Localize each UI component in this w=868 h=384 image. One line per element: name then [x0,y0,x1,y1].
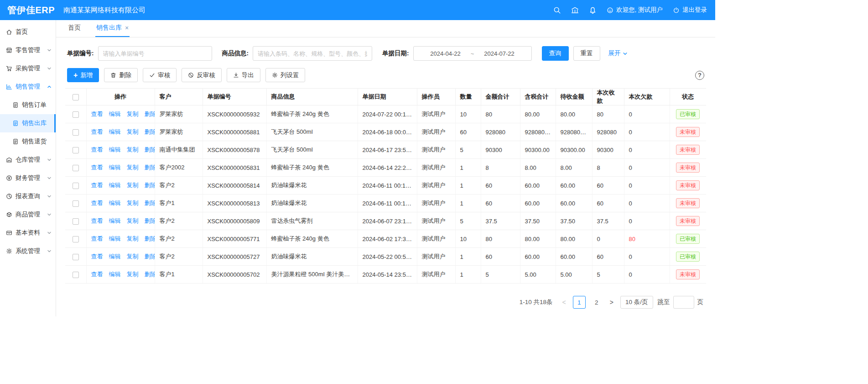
date-range-picker[interactable]: 2024-04-22 ~ 2024-07-22 [413,46,532,61]
row-checkbox[interactable] [73,165,79,171]
row-actions: 查看编辑复制删除 [91,270,150,279]
action-copy[interactable]: 复制 [127,110,139,118]
row-checkbox[interactable] [73,129,79,136]
action-view[interactable]: 查看 [91,181,103,189]
action-delete[interactable]: 删除 [145,146,155,154]
row-checkbox[interactable] [73,147,79,153]
row-checkbox[interactable] [73,236,79,242]
action-edit[interactable]: 编辑 [109,181,121,189]
help-icon[interactable]: ? [695,71,704,80]
action-edit[interactable]: 编辑 [109,199,121,207]
action-delete[interactable]: 删除 [145,181,155,189]
cell-checkbox [65,177,86,195]
search-icon[interactable] [553,6,561,14]
jump-page-input[interactable] [673,296,694,309]
tab-home[interactable]: 首页 [67,24,82,37]
action-view[interactable]: 查看 [91,128,103,136]
action-edit[interactable]: 编辑 [109,128,121,136]
action-delete[interactable]: 删除 [145,110,155,118]
action-delete[interactable]: 删除 [145,199,155,207]
action-copy[interactable]: 复制 [127,181,139,189]
action-edit[interactable]: 编辑 [109,270,121,279]
action-view[interactable]: 查看 [91,252,103,261]
add-button[interactable]: +新增 [67,68,99,82]
action-edit[interactable]: 编辑 [109,110,121,118]
action-edit[interactable]: 编辑 [109,235,121,243]
sidebar-item-purchase[interactable]: 采购管理 [0,59,56,78]
action-edit[interactable]: 编辑 [109,252,121,261]
delete-button[interactable]: 删除 [104,68,138,82]
action-edit[interactable]: 编辑 [109,163,121,172]
column-settings-button[interactable]: 列设置 [265,68,306,82]
select-all-checkbox[interactable] [73,94,79,100]
action-delete[interactable]: 删除 [145,252,155,261]
row-checkbox[interactable] [73,111,79,118]
action-copy[interactable]: 复制 [127,252,139,261]
logout-button[interactable]: 退出登录 [673,6,707,14]
expand-link[interactable]: 展开 [608,49,628,58]
sidebar-item-retail[interactable]: 零售管理 [0,41,56,59]
sidebar-item-sales-order[interactable]: 销售订单 [0,96,56,114]
sidebar-item-sales-return[interactable]: 销售退货 [0,132,56,151]
action-copy[interactable]: 复制 [127,199,139,207]
page-button-2[interactable]: 2 [590,296,603,309]
row-checkbox[interactable] [73,183,79,189]
export-button[interactable]: 导出 [227,68,260,82]
action-copy[interactable]: 复制 [127,163,139,172]
cell-owed: 0 [624,159,670,177]
prev-page-button[interactable]: < [560,299,568,306]
row-checkbox[interactable] [73,272,79,278]
page-size-select[interactable]: 10 条/页 [620,296,653,309]
action-delete[interactable]: 删除 [145,128,155,136]
sidebar-item-home[interactable]: 首页 [0,23,56,41]
unaudit-button[interactable]: 反审核 [182,68,222,82]
bank-icon[interactable] [571,6,579,14]
audit-button[interactable]: 审核 [143,68,177,82]
action-edit[interactable]: 编辑 [109,146,121,154]
action-view[interactable]: 查看 [91,235,103,243]
action-copy[interactable]: 复制 [127,270,139,279]
cell-receivable: 60.00 [556,177,592,195]
search-button[interactable]: 查询 [542,46,569,61]
action-view[interactable]: 查看 [91,270,103,279]
sidebar-item-finance[interactable]: 财务管理 [0,169,56,187]
sidebar-item-system[interactable]: 系统管理 [0,242,56,260]
welcome-user[interactable]: 欢迎您, 测试用户 [607,6,663,14]
cell-qty: 1 [455,248,481,266]
action-edit[interactable]: 编辑 [109,217,121,225]
next-page-button[interactable]: > [608,299,616,306]
sidebar-item-sales[interactable]: 销售管理 [0,78,56,96]
row-checkbox[interactable] [73,200,79,207]
sidebar-item-products[interactable]: 商品管理 [0,205,56,224]
action-view[interactable]: 查看 [91,217,103,225]
tab-sales-outbound[interactable]: 销售出库× [95,24,130,37]
sidebar-item-basic-data[interactable]: 基本资料 [0,224,56,242]
action-view[interactable]: 查看 [91,163,103,172]
ban-icon [188,72,194,78]
row-checkbox[interactable] [73,254,79,260]
action-copy[interactable]: 复制 [127,217,139,225]
action-delete[interactable]: 删除 [145,163,155,172]
row-checkbox[interactable] [73,218,79,225]
action-delete[interactable]: 删除 [145,235,155,243]
product-info-input[interactable] [253,46,372,61]
action-view[interactable]: 查看 [91,146,103,154]
action-copy[interactable]: 复制 [127,146,139,154]
action-view[interactable]: 查看 [91,199,103,207]
close-icon[interactable]: × [125,25,129,31]
reset-button[interactable]: 重置 [573,46,600,61]
action-view[interactable]: 查看 [91,110,103,118]
page-button-1[interactable]: 1 [573,296,586,309]
sidebar-item-warehouse[interactable]: 仓库管理 [0,151,56,169]
doc-no-input[interactable] [98,46,212,61]
sidebar-item-sales-outbound[interactable]: 销售出库 [0,114,56,132]
action-delete[interactable]: 删除 [145,217,155,225]
cell-doc_no: XSCK00000005932 [203,105,266,123]
cell-doc_no: XSCK00000005831 [203,159,266,177]
action-copy[interactable]: 复制 [127,235,139,243]
column-header: 本次欠款 [624,89,670,105]
action-delete[interactable]: 删除 [145,270,155,279]
sidebar-item-reports[interactable]: 报表查询 [0,187,56,205]
action-copy[interactable]: 复制 [127,128,139,136]
bell-icon[interactable] [589,6,597,14]
